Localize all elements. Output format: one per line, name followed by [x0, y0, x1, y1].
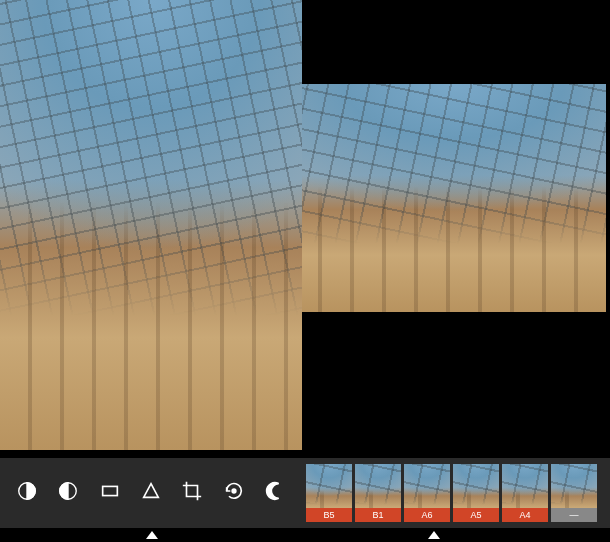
filter-thumb-none[interactable]: —: [551, 464, 597, 522]
crop-tool[interactable]: [177, 478, 207, 508]
crop-icon: [181, 480, 203, 506]
filter-thumb-a6[interactable]: A6: [404, 464, 450, 522]
aspect-tool[interactable]: [95, 478, 125, 508]
filter-label: B5: [306, 508, 352, 522]
filter-thumb-b5[interactable]: B5: [306, 464, 352, 522]
editor-main-area: [0, 0, 610, 458]
rotate-tool[interactable]: [219, 478, 249, 508]
circle-contrast-icon: [57, 480, 79, 506]
side-area: [302, 0, 610, 458]
indicator-arrow-left-icon: [146, 531, 158, 539]
filter-label: —: [551, 508, 597, 522]
triangle-icon: [140, 480, 162, 506]
preview-image: [0, 0, 302, 450]
indicator-bar: [0, 528, 610, 542]
svg-rect-2: [102, 486, 117, 495]
secondary-image-preview[interactable]: [302, 84, 606, 312]
edit-toolbar: [0, 458, 302, 528]
bottom-bar: B5 B1 A6 A5 A4 —: [0, 458, 610, 528]
svg-point-3: [232, 489, 236, 493]
filter-label: B1: [355, 508, 401, 522]
preview-image-secondary: [302, 84, 606, 312]
sharpen-tool[interactable]: [136, 478, 166, 508]
filter-strip[interactable]: B5 B1 A6 A5 A4 —: [302, 458, 610, 528]
filter-label: A6: [404, 508, 450, 522]
filter-thumb-b1[interactable]: B1: [355, 464, 401, 522]
filter-thumb-a4[interactable]: A4: [502, 464, 548, 522]
filter-label: A4: [502, 508, 548, 522]
rectangle-icon: [99, 480, 121, 506]
exposure-tool[interactable]: [260, 478, 290, 508]
main-image-preview[interactable]: [0, 0, 302, 450]
filter-thumb-a5[interactable]: A5: [453, 464, 499, 522]
brightness-tool[interactable]: [12, 478, 42, 508]
moon-icon: [264, 480, 286, 506]
half-circle-icon: [16, 480, 38, 506]
filter-label: A5: [453, 508, 499, 522]
indicator-arrow-right-icon: [428, 531, 440, 539]
rotate-icon: [223, 480, 245, 506]
contrast-tool[interactable]: [53, 478, 83, 508]
